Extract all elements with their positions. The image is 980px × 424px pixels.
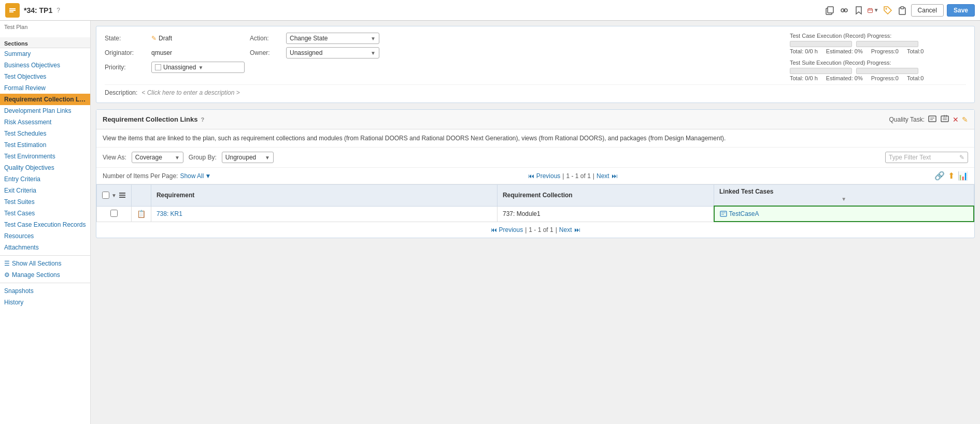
originator-label: Originator: bbox=[105, 49, 146, 56]
quality-task-icon1[interactable] bbox=[928, 114, 937, 125]
filter-icon: ✎ bbox=[959, 154, 964, 161]
col-dropdown-arrow[interactable]: ▼ bbox=[111, 193, 117, 198]
row-checkbox[interactable] bbox=[110, 210, 118, 217]
bottom-prev-link[interactable]: Previous bbox=[499, 226, 523, 233]
select-all-checkbox[interactable] bbox=[102, 192, 109, 199]
owner-dropdown-arrow: ▼ bbox=[371, 50, 376, 56]
linked-test-case-link[interactable]: TestCaseA bbox=[720, 210, 968, 217]
test-suite-estimated: Estimated: 0% bbox=[826, 75, 863, 81]
sidebar-item-test-environments[interactable]: Test Environments bbox=[0, 151, 90, 162]
req-section-help-icon[interactable]: ? bbox=[201, 116, 204, 123]
header-help-icon[interactable]: ? bbox=[56, 7, 60, 14]
sidebar-item-manage-sections[interactable]: ⚙ Manage Sections bbox=[0, 269, 90, 281]
manage-sections-label: Manage Sections bbox=[12, 271, 60, 279]
view-as-value: Coverage bbox=[135, 154, 162, 161]
description-label: Description: bbox=[105, 89, 137, 96]
sidebar-item-history[interactable]: History bbox=[0, 297, 90, 308]
sidebar-item-resources[interactable]: Resources bbox=[0, 230, 90, 242]
pagination-sep2: | bbox=[593, 172, 594, 180]
sidebar-item-test-cases[interactable]: Test Cases bbox=[0, 208, 90, 219]
test-case-total2: Total:0 bbox=[907, 48, 924, 54]
edit-section-icon[interactable]: ✎ bbox=[962, 115, 968, 124]
bookmark-icon[interactable] bbox=[853, 5, 864, 16]
group-by-dropdown[interactable]: Ungrouped ▼ bbox=[222, 152, 274, 163]
sidebar: Test Plan Sections Summary Business Obje… bbox=[0, 21, 91, 424]
action-dropdown[interactable]: Change State ▼ bbox=[286, 33, 379, 44]
svg-rect-11 bbox=[868, 8, 872, 12]
sidebar-sections-header: Sections bbox=[0, 37, 90, 48]
next-last-icon[interactable]: ⏭ bbox=[612, 172, 618, 180]
test-case-progress-bar-container bbox=[790, 41, 966, 47]
content-area: State: ✎ Draft Action: Change State ▼ Or… bbox=[91, 21, 980, 424]
state-value-container: ✎ Draft bbox=[151, 35, 245, 42]
calendar-icon[interactable]: ▼ bbox=[868, 5, 879, 16]
add-item-icon[interactable]: ⬆ bbox=[948, 171, 955, 181]
col-linked-label: Linked Test Cases bbox=[719, 188, 773, 195]
bottom-prev-first-icon[interactable]: ⏮ bbox=[491, 226, 497, 233]
next-page-link[interactable]: Next bbox=[596, 172, 609, 180]
priority-label: Priority: bbox=[105, 64, 146, 71]
svg-rect-1 bbox=[9, 8, 16, 9]
export-icon[interactable]: 📊 bbox=[958, 171, 968, 181]
priority-dropdown[interactable]: Unassigned ▼ bbox=[151, 62, 245, 73]
row-linked-test-cases-cell: TestCaseA bbox=[714, 206, 974, 222]
main-info-body: State: ✎ Draft Action: Change State ▼ Or… bbox=[96, 26, 974, 103]
table-settings-icon[interactable] bbox=[119, 192, 126, 199]
svg-rect-27 bbox=[119, 195, 125, 196]
requirement-link[interactable]: 738: KR1 bbox=[157, 210, 492, 217]
svg-rect-29 bbox=[720, 211, 727, 216]
sidebar-item-attachments[interactable]: Attachments bbox=[0, 242, 90, 253]
description-placeholder[interactable]: < Click here to enter a description > bbox=[141, 89, 239, 96]
show-all-btn[interactable]: Show All ▼ bbox=[180, 172, 211, 180]
sidebar-item-risk-assessment[interactable]: Risk Assessment bbox=[0, 116, 90, 128]
sidebar-item-show-all-sections[interactable]: ☰ Show All Sections bbox=[0, 258, 90, 269]
per-page-container: Number of Items Per Page: Show All ▼ bbox=[103, 172, 211, 180]
sidebar-item-requirement-collection-links[interactable]: Requirement Collection Links bbox=[0, 94, 90, 105]
req-collection-card: Requirement Collection Links ? Quality T… bbox=[96, 109, 975, 238]
sidebar-item-test-case-execution-records[interactable]: Test Case Execution Records bbox=[0, 219, 90, 230]
header-left: *34: TP1 ? bbox=[5, 3, 60, 18]
group-by-value: Ungrouped bbox=[225, 154, 256, 161]
bottom-next-link[interactable]: Next bbox=[559, 226, 572, 233]
tag-icon[interactable] bbox=[882, 5, 893, 16]
svg-rect-9 bbox=[843, 10, 845, 11]
req-toolbar-right: Type Filter Text ✎ bbox=[885, 152, 968, 163]
close-section-icon[interactable]: ✕ bbox=[953, 115, 959, 124]
prev-page-link[interactable]: Previous bbox=[536, 172, 561, 180]
sidebar-item-snapshots[interactable]: Snapshots bbox=[0, 285, 90, 297]
copy-icon[interactable] bbox=[824, 5, 835, 16]
save-button[interactable]: Save bbox=[947, 4, 975, 17]
test-case-icon bbox=[720, 210, 727, 217]
quality-task-icon2[interactable] bbox=[940, 114, 949, 125]
sidebar-item-test-suites[interactable]: Test Suites bbox=[0, 196, 90, 208]
sidebar-item-development-plan-links[interactable]: Development Plan Links bbox=[0, 105, 90, 116]
svg-point-15 bbox=[885, 8, 887, 9]
cancel-button[interactable]: Cancel bbox=[911, 4, 944, 17]
link-item-icon[interactable]: 🔗 bbox=[934, 171, 945, 181]
sidebar-item-formal-review[interactable]: Formal Review bbox=[0, 82, 90, 94]
sidebar-item-summary[interactable]: Summary bbox=[0, 48, 90, 60]
sidebar-item-quality-objectives[interactable]: Quality Objectives bbox=[0, 162, 90, 173]
pagination-info: | bbox=[562, 172, 564, 180]
bottom-pag-sep2: | bbox=[556, 226, 557, 233]
sidebar-item-test-schedules[interactable]: Test Schedules bbox=[0, 128, 90, 139]
sidebar-item-business-objectives[interactable]: Business Objectives bbox=[0, 60, 90, 71]
view-as-dropdown[interactable]: Coverage ▼ bbox=[132, 152, 183, 163]
sidebar-item-test-estimation[interactable]: Test Estimation bbox=[0, 139, 90, 151]
show-all-sections-icon: ☰ bbox=[4, 260, 10, 267]
sidebar-item-test-objectives[interactable]: Test Objectives bbox=[0, 71, 90, 82]
svg-rect-18 bbox=[929, 116, 936, 122]
bottom-next-last-icon[interactable]: ⏭ bbox=[574, 226, 580, 233]
clipboard-icon[interactable] bbox=[897, 5, 908, 16]
sidebar-item-entry-criteria[interactable]: Entry Criteria bbox=[0, 173, 90, 185]
sidebar-item-exit-criteria[interactable]: Exit Criteria bbox=[0, 185, 90, 196]
col-req-collection-header: Requirement Collection bbox=[497, 185, 714, 207]
row-icon-cell: 📋 bbox=[131, 206, 151, 222]
owner-dropdown[interactable]: Unassigned ▼ bbox=[286, 47, 379, 59]
group-by-arrow: ▼ bbox=[265, 155, 270, 160]
breadcrumb: Test Plan bbox=[0, 21, 90, 33]
prev-first-icon[interactable]: ⏮ bbox=[528, 172, 534, 180]
filter-input-container[interactable]: Type Filter Text ✎ bbox=[885, 152, 968, 163]
link-icon[interactable] bbox=[839, 5, 850, 16]
req-table-body: 📋 738: KR1 737: Module1 bbox=[97, 206, 974, 222]
